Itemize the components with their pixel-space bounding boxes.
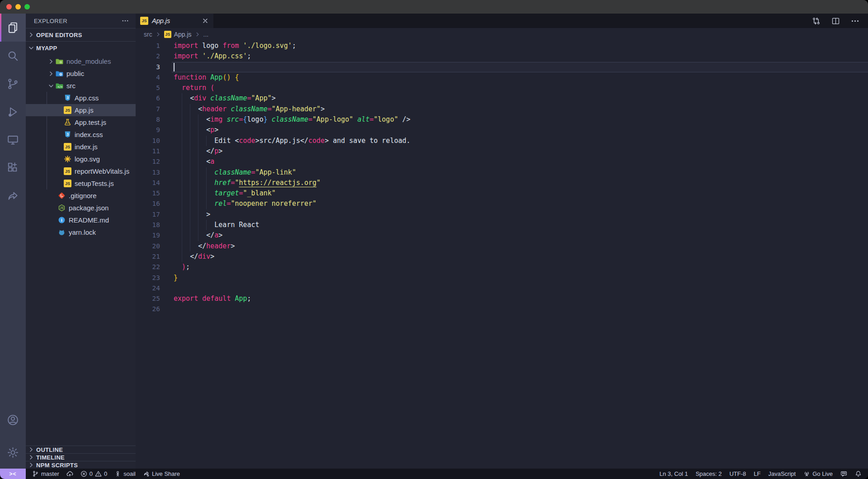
breadcrumb-symbol[interactable]: ... <box>203 31 209 38</box>
code-line-content: className="App-link" <box>172 167 868 178</box>
sidebar-title: EXPLORER <box>34 18 67 24</box>
code-line-content: Learn React <box>172 220 868 230</box>
tree-item-.gitignore[interactable]: .gitignore <box>26 190 136 202</box>
indent-guide <box>190 157 190 167</box>
tab-app-js[interactable]: JS App.js <box>136 14 213 28</box>
open-editors-section[interactable]: OPEN EDITORS <box>26 28 136 41</box>
editor-more-actions-icon[interactable] <box>850 16 860 26</box>
code-line-8[interactable]: 8 <img src={logo} className="App-logo" a… <box>136 114 868 125</box>
code-editor[interactable]: 1import logo from './logo.svg';2import '… <box>136 41 868 469</box>
indent-guide <box>198 188 198 199</box>
code-line-2[interactable]: 2import './App.css'; <box>136 51 868 62</box>
tree-item-setupTests.js[interactable]: JSsetupTests.js <box>26 177 136 190</box>
code-line-24[interactable]: 24 <box>136 283 868 294</box>
activity-search[interactable] <box>0 42 26 70</box>
status-label: UTF-8 <box>729 470 746 477</box>
tree-item-logo.svg[interactable]: logo.svg <box>26 153 136 165</box>
code-line-5[interactable]: 5 return ( <box>136 83 868 93</box>
activity-extensions[interactable] <box>0 154 26 182</box>
code-line-23[interactable]: 23} <box>136 273 868 283</box>
tree-item-src[interactable]: </>src <box>26 80 136 92</box>
outline-section[interactable]: OUTLINE <box>26 446 136 453</box>
status-language-mode[interactable]: JavaScript <box>768 470 796 477</box>
status-encoding[interactable]: UTF-8 <box>729 470 746 477</box>
chevron-right-icon <box>28 31 35 38</box>
code-line-17[interactable]: 17 > <box>136 209 868 220</box>
tree-item-App.css[interactable]: 3App.css <box>26 92 136 104</box>
code-line-12[interactable]: 12 <a <box>136 157 868 167</box>
code-line-9[interactable]: 9 <p> <box>136 125 868 135</box>
tree-item-public[interactable]: public <box>26 67 136 80</box>
tree-item-index.css[interactable]: 3index.css <box>26 128 136 141</box>
status-go-live[interactable]: Go Live <box>803 470 833 477</box>
indent-guide <box>206 167 207 178</box>
status-account-user[interactable]: soail <box>114 470 136 477</box>
run-debug-icon <box>6 105 19 119</box>
code-line-15[interactable]: 15 target="_blank" <box>136 188 868 199</box>
activity-explorer[interactable] <box>0 14 26 42</box>
activity-account[interactable] <box>0 403 26 436</box>
code-line-1[interactable]: 1import logo from './logo.svg'; <box>136 41 868 51</box>
code-line-18[interactable]: 18 Learn React <box>136 220 868 230</box>
remote-indicator[interactable]: >< <box>0 469 26 479</box>
code-line-22[interactable]: 22 ); <box>136 262 868 272</box>
code-line-16[interactable]: 16 rel="noopener noreferrer" <box>136 199 868 209</box>
tree-item-App.js[interactable]: JSApp.js <box>26 104 136 116</box>
split-editor-icon[interactable] <box>831 16 840 26</box>
activity-source-control[interactable] <box>0 70 26 98</box>
code-line-content: </header> <box>172 241 868 251</box>
minimize-window-button[interactable] <box>15 4 21 9</box>
code-line-3[interactable]: 3 <box>136 62 868 72</box>
breadcrumb-folder[interactable]: src <box>144 31 152 38</box>
code-line-13[interactable]: 13 className="App-link" <box>136 167 868 178</box>
close-window-button[interactable] <box>6 4 12 9</box>
close-tab-icon[interactable] <box>202 17 209 24</box>
code-line-14[interactable]: 14 href="https://reactjs.org" <box>136 178 868 188</box>
status-eol[interactable]: LF <box>754 470 760 477</box>
project-root-section[interactable]: MYAPP <box>26 41 136 54</box>
indent-guide <box>182 199 182 209</box>
status-feedback[interactable] <box>840 470 847 477</box>
tree-item-README.md[interactable]: iREADME.md <box>26 214 136 226</box>
maximize-window-button[interactable] <box>24 4 30 9</box>
open-changes-icon[interactable] <box>811 16 821 26</box>
code-line-25[interactable]: 25export default App; <box>136 294 868 304</box>
code-line-20[interactable]: 20 </header> <box>136 241 868 251</box>
tree-item-App.test.js[interactable]: App.test.js <box>26 116 136 128</box>
code-line-11[interactable]: 11 </p> <box>136 146 868 157</box>
tree-item-package.json[interactable]: JSpackage.json <box>26 202 136 214</box>
status-cursor-position[interactable]: Ln 3, Col 1 <box>660 470 688 477</box>
folder-node-icon <box>56 57 63 65</box>
status-git-branch[interactable]: master <box>32 470 59 477</box>
timeline-section[interactable]: TIMELINE <box>26 453 136 461</box>
activity-live-share[interactable] <box>0 182 26 210</box>
code-line-6[interactable]: 6 <div className="App"> <box>136 93 868 104</box>
status-notifications[interactable] <box>855 470 862 477</box>
status-label: 0 <box>104 470 107 477</box>
activity-settings[interactable] <box>0 436 26 469</box>
code-line-26[interactable]: 26 <box>136 304 868 314</box>
activity-remote-explorer[interactable] <box>0 126 26 154</box>
tree-item-node_modules[interactable]: node_modules <box>26 55 136 67</box>
status-indentation[interactable]: Spaces: 2 <box>696 470 722 477</box>
code-line-4[interactable]: 4function App() { <box>136 72 868 83</box>
indent-guide <box>190 146 190 157</box>
npm-scripts-section[interactable]: NPM SCRIPTS <box>26 461 136 469</box>
status-problems[interactable]: 00 <box>80 470 107 477</box>
tree-item-index.js[interactable]: JSindex.js <box>26 141 136 153</box>
status-bar: >< master00soailLive Share Ln 3, Col 1Sp… <box>0 469 868 479</box>
code-line-7[interactable]: 7 <header className="App-header"> <box>136 104 868 114</box>
chevron-down-icon <box>47 82 55 90</box>
tree-item-yarn.lock[interactable]: yarn.lock <box>26 226 136 238</box>
breadcrumb-file[interactable]: App.js <box>174 31 192 38</box>
more-actions-icon[interactable] <box>121 17 129 25</box>
code-line-19[interactable]: 19 </a> <box>136 230 868 241</box>
activity-run-debug[interactable] <box>0 98 26 126</box>
code-line-10[interactable]: 10 Edit <code>src/App.js</code> and save… <box>136 136 868 146</box>
status-sync-changes[interactable] <box>66 470 73 477</box>
tree-item-reportWebVitals.js[interactable]: JSreportWebVitals.js <box>26 165 136 177</box>
remote-explorer-icon <box>6 133 19 147</box>
status-live-share[interactable]: Live Share <box>143 470 180 477</box>
chevron-right-icon <box>28 446 35 453</box>
code-line-21[interactable]: 21 </div> <box>136 251 868 262</box>
